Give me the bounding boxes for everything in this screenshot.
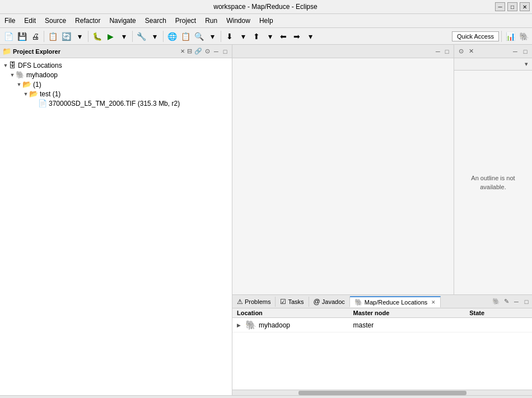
toolbar-nav-next[interactable]: ⬆: [250, 30, 263, 43]
toolbar-run-btn[interactable]: ▶: [104, 30, 116, 43]
folder1-icon: 📂: [22, 80, 31, 88]
project-explorer-panel: 📁 Project Explorer ✕ ⊟ 🔗 ⊙ ─ □ ▼ 🗄 DFS L…: [0, 45, 232, 395]
row-location-label: myhadoop: [259, 321, 290, 329]
outline-header: ⊙ ✕ ─ □: [454, 45, 532, 58]
bottom-tab-controls: 🐘 ✎ ─ □: [491, 296, 532, 307]
toolbar-search-drop[interactable]: ▾: [206, 30, 218, 43]
tree-arrow-myhadoop: ▼: [9, 72, 16, 78]
toolbar-nav-next-drop[interactable]: ▾: [264, 30, 276, 43]
toolbar-run-drop[interactable]: ▾: [118, 30, 130, 43]
dfs-locations-icon: 🗄: [9, 61, 16, 69]
toolbar-copy-btn[interactable]: 📋: [46, 30, 59, 43]
maximize-button[interactable]: □: [507, 2, 517, 11]
menu-search[interactable]: Search: [141, 15, 171, 26]
outline-max-btn[interactable]: □: [521, 47, 530, 56]
bottom-panel: ⚠ Problems ☑ Tasks @ Javadoc 🐘 Map/Reduc…: [232, 294, 532, 395]
quick-access-button[interactable]: Quick Access: [452, 31, 499, 41]
pe-collapse-btn[interactable]: ⊟: [185, 47, 194, 56]
menu-project[interactable]: Project: [171, 15, 200, 26]
toolbar-ext-drop[interactable]: ▾: [148, 30, 161, 43]
editor-min-btn[interactable]: ─: [433, 47, 442, 56]
pe-max-btn[interactable]: □: [221, 47, 230, 56]
bottom-max-btn[interactable]: □: [522, 297, 531, 306]
tree-arrow-folder1: ▼: [16, 82, 22, 87]
tab-javadoc[interactable]: @ Javadoc: [309, 297, 350, 307]
toolbar-fwd-btn[interactable]: ➡: [291, 30, 303, 43]
pe-filter-btn[interactable]: ⊙: [203, 47, 212, 56]
toolbar-task-btn[interactable]: 📋: [179, 30, 192, 43]
scrollbar-thumb[interactable]: [298, 391, 466, 395]
tab-mapreduce-close: ✕: [431, 299, 436, 305]
toolbar-search-btn[interactable]: 🔍: [193, 30, 205, 43]
toolbar-persp1[interactable]: 📊: [504, 30, 516, 43]
editor-header: ─ □: [232, 45, 454, 58]
outline-min-btn[interactable]: ─: [511, 47, 520, 56]
tab-problems[interactable]: ⚠ Problems: [232, 297, 276, 307]
toolbar-save-btn[interactable]: 💾: [16, 30, 28, 43]
editor-max-btn[interactable]: □: [442, 47, 451, 56]
myhadoop-label: myhadoop: [26, 71, 58, 79]
toolbar-nav-prev-drop[interactable]: ▾: [237, 30, 249, 43]
menu-edit[interactable]: Edit: [20, 15, 40, 26]
tab-tasks[interactable]: ☑ Tasks: [276, 297, 309, 307]
outline-x-btn[interactable]: ✕: [466, 47, 475, 56]
tab-tasks-label: Tasks: [288, 298, 304, 305]
problems-icon: ⚠: [237, 298, 243, 306]
table-header: Location Master node State: [232, 308, 532, 318]
tree-test-folder[interactable]: ▼ 📂 test (1): [0, 89, 232, 99]
bottom-new-server-btn[interactable]: 🐘: [492, 297, 501, 306]
toolbar-sep6: [501, 31, 502, 42]
pe-link-btn[interactable]: 🔗: [194, 47, 203, 56]
tab-javadoc-label: Javadoc: [322, 298, 345, 305]
mapreduce-tab-icon: 🐘: [354, 298, 363, 306]
toolbar-refresh-btn[interactable]: 🔄: [60, 30, 72, 43]
toolbar-new-btn[interactable]: 📄: [2, 30, 15, 43]
row-elephant-icon: 🐘: [245, 320, 256, 330]
menu-navigate[interactable]: Navigate: [105, 15, 140, 26]
tree-file[interactable]: ▶ 📄 370000SD_L5_TM_2006.TIF (315.3 Mb, r…: [0, 99, 232, 108]
tree-myhadoop[interactable]: ▼ 🐘 myhadoop: [0, 70, 232, 79]
project-explorer-title: Project Explorer: [13, 48, 179, 55]
toolbar-back-btn[interactable]: ⬅: [277, 30, 290, 43]
col-master-node: Master node: [353, 310, 470, 316]
toolbar: 📄 💾 🖨 📋 🔄 ▾ 🐛 ▶ ▾ 🔧 ▾ 🌐 📋 🔍 ▾ ⬇ ▾ ⬆ ▾ ⬅ …: [0, 28, 532, 45]
bottom-edit-btn[interactable]: ✎: [502, 297, 511, 306]
tree-folder1[interactable]: ▼ 📂 (1): [0, 79, 232, 89]
toolbar-refresh-drop[interactable]: ▾: [73, 30, 86, 43]
outline-toolbar-btn[interactable]: ▾: [522, 60, 531, 69]
outline-message: An outline is not available.: [459, 174, 528, 192]
main-layout: 📁 Project Explorer ✕ ⊟ 🔗 ⊙ ─ □ ▼ 🗄 DFS L…: [0, 45, 532, 395]
horizontal-scrollbar[interactable]: [232, 390, 532, 395]
table-row[interactable]: ▶ 🐘 myhadoop master: [232, 318, 532, 333]
bottom-min-btn[interactable]: ─: [512, 297, 521, 306]
bottom-table: Location Master node State ▶ 🐘 myhadoop …: [232, 308, 532, 390]
toolbar-print-btn[interactable]: 🖨: [29, 30, 41, 43]
tree-dfs-locations[interactable]: ▼ 🗄 DFS Locations: [0, 60, 232, 70]
menu-source[interactable]: Source: [40, 15, 71, 26]
outline-sync-btn[interactable]: ⊙: [456, 47, 465, 56]
row-expand-arrow[interactable]: ▶: [237, 322, 241, 328]
menu-file[interactable]: File: [0, 15, 20, 26]
menu-run[interactable]: Run: [200, 15, 222, 26]
close-button[interactable]: ✕: [520, 2, 530, 11]
minimize-button[interactable]: ─: [495, 2, 505, 11]
pe-min-btn[interactable]: ─: [212, 47, 221, 56]
bottom-tab-bar: ⚠ Problems ☑ Tasks @ Javadoc 🐘 Map/Reduc…: [232, 295, 532, 308]
toolbar-globe-btn[interactable]: 🌐: [166, 30, 178, 43]
menu-window[interactable]: Window: [222, 15, 255, 26]
tab-mapreduce-locations[interactable]: 🐘 Map/Reduce Locations ✕: [350, 296, 441, 307]
toolbar-sep2: [88, 31, 88, 42]
menu-help[interactable]: Help: [255, 15, 278, 26]
editor-content: [232, 58, 454, 294]
menu-refactor[interactable]: Refactor: [71, 15, 105, 26]
myhadoop-icon: 🐘: [16, 71, 25, 79]
cell-master-node: master: [353, 321, 470, 329]
toolbar-sep4: [163, 31, 164, 42]
toolbar-nav-prev[interactable]: ⬇: [223, 30, 236, 43]
test-folder-icon: 📂: [29, 90, 38, 98]
toolbar-persp2[interactable]: 🐘: [517, 30, 530, 43]
toolbar-ext-btn[interactable]: 🔧: [135, 30, 147, 43]
toolbar-debug-btn[interactable]: 🐛: [91, 30, 103, 43]
folder1-label: (1): [33, 81, 41, 88]
toolbar-fwd-drop[interactable]: ▾: [304, 30, 316, 43]
